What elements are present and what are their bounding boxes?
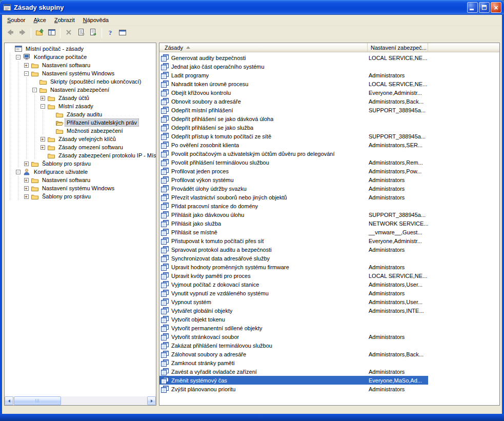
delete-button[interactable] bbox=[63, 27, 75, 39]
collapse-icon[interactable]: - bbox=[16, 55, 21, 59]
policy-row-prihlasit-jako-davkovou-ulohu[interactable]: Přihlásit jako dávkovou úlohuSUPPORT_388… bbox=[159, 210, 428, 219]
policy-row-synchronizovat-data-adresarove-sluzby[interactable]: Synchronizovat data adresářové služby bbox=[159, 254, 428, 263]
policy-row-pridat-pracovni-stanice-do-domeny[interactable]: Přidat pracovní stanice do domény bbox=[159, 202, 428, 210]
tree-item-nastaveni-systemu-windows[interactable]: -Nastavení systému Windows bbox=[6, 69, 156, 77]
close-button[interactable]: × bbox=[491, 2, 501, 13]
tree-item-zasady-auditu[interactable]: Zásady auditu bbox=[6, 110, 156, 118]
menu-soubor[interactable]: Soubor bbox=[3, 15, 29, 25]
column-header-setting[interactable]: Nastavení zabezpeč... bbox=[368, 43, 428, 52]
expand-icon[interactable]: + bbox=[24, 194, 29, 199]
policy-row-zakazat-prihlaseni-terminalovou-sluzbou[interactable]: Zakázat přihlášení terminálovou službou bbox=[159, 341, 428, 350]
policy-row-zalohovat-soubory-a-adresare[interactable]: Zálohovat soubory a adresářeAdministrato… bbox=[159, 350, 428, 358]
policy-row-generovat-audity-bezpecnosti[interactable]: Generovat audity bezpečnostiLOCAL SERVIC… bbox=[159, 53, 428, 62]
policy-row-profilovat-vykon-systemu[interactable]: Profilovat výkon systémuAdministrators bbox=[159, 175, 428, 184]
expand-icon[interactable]: + bbox=[24, 186, 29, 191]
policy-row-vytvorit-permanentni-sdilene-objekty[interactable]: Vytvořit permanentní sdílené objekty bbox=[159, 324, 428, 332]
policy-row-jednat-jako-cast-operacniho-systemu[interactable]: Jednat jako část operačního systému bbox=[159, 62, 428, 71]
policy-row-zavest-a-vyradit-ovladace-zarizeni[interactable]: Zavést a vyřadit ovladače zařízeníAdmini… bbox=[159, 367, 428, 376]
title-bar[interactable]: Zásady skupiny × bbox=[0, 0, 504, 15]
tree-item-moznosti-zabezpeceni[interactable]: Možnosti zabezpečení bbox=[6, 127, 156, 135]
policy-row-zmenit-systemovy-cas[interactable]: Změnit systémový časEveryone,MaSo,Ad... bbox=[159, 376, 428, 385]
policy-row-odeprit-mistni-prihlaseni[interactable]: Odepřít místní přihlášeníSUPPORT_388945a… bbox=[159, 106, 428, 114]
tree-item-zasady-uctu[interactable]: +Zásady účtů bbox=[6, 94, 156, 102]
maximize-button[interactable] bbox=[479, 2, 490, 13]
column-header-policy[interactable]: Zásady bbox=[159, 43, 368, 52]
policy-row-obejit-krizovou-kontrolu[interactable]: Obejít křížovou kontroluEveryone,Adminis… bbox=[159, 88, 428, 97]
expand-icon[interactable]: + bbox=[24, 63, 29, 68]
properties-button[interactable] bbox=[75, 27, 87, 39]
policy-row-povolit-prihlaseni-terminalovou-sluzbou[interactable]: Povolit přihlášení terminálovou službouA… bbox=[159, 158, 428, 167]
tree-item-mistni-zasady[interactable]: -Místní zásady bbox=[6, 102, 156, 110]
policy-row-vynutit-vypnuti-ze-vzdaleneho-systemu[interactable]: Vynutit vypnutí ze vzdáleného systémuAdm… bbox=[159, 289, 428, 297]
arrow-left-icon bbox=[8, 399, 10, 403]
expand-icon[interactable]: + bbox=[41, 145, 45, 150]
tree-item-sablony-pro-spravu[interactable]: +Šablony pro správu bbox=[6, 159, 156, 168]
policy-row-zamknout-stranky-pameti[interactable]: Zamknout stránky paměti bbox=[159, 358, 428, 367]
expand-icon[interactable]: + bbox=[41, 96, 45, 101]
help-button[interactable]: ? bbox=[104, 27, 116, 39]
policy-icon bbox=[161, 133, 169, 140]
policy-row-zvysit-planovanou-prioritu[interactable]: Zvýšit plánovanou priorituAdministrators bbox=[159, 385, 428, 393]
show-hide-console-tree-button[interactable] bbox=[46, 27, 58, 39]
policy-row-odeprit-pristup-k-tomuto-pocitaci-ze-site[interactable]: Odepřít přístup k tomuto počítači ze sít… bbox=[159, 132, 428, 141]
policy-row-obnovit-soubory-a-adresare[interactable]: Obnovit soubory a adresářeAdministrators… bbox=[159, 97, 428, 106]
policy-row-odeprit-prihlaseni-se-jako-davkova-uloha[interactable]: Odepřít přihlášení se jako dávková úloha bbox=[159, 114, 428, 123]
export-list-button[interactable] bbox=[87, 27, 99, 39]
tree-item-sablony-pro-spravu[interactable]: +Šablony pro správu bbox=[6, 192, 156, 201]
menu-napoveda[interactable]: Nápověda bbox=[79, 15, 113, 25]
scroll-left-button[interactable] bbox=[5, 396, 13, 405]
policy-row-upravit-kvoty-pameti-pro-proces[interactable]: Upravit kvóty paměti pro procesLOCAL SER… bbox=[159, 271, 428, 280]
scroll-right-button[interactable] bbox=[147, 396, 156, 405]
scrollbar-track[interactable] bbox=[13, 396, 147, 405]
horizontal-scrollbar[interactable] bbox=[5, 396, 156, 405]
policy-row-prihlasit-jako-sluzba[interactable]: Přihlásit jako službaNETWORK SERVICE... bbox=[159, 219, 428, 228]
policy-row-vyjmout-pocitac-z-dokovaci-stanice[interactable]: Vyjmout počítač z dokovací staniceAdmini… bbox=[159, 280, 428, 289]
tree-item-zasady-omezeni-softwaru[interactable]: +Zásady omezení softwaru bbox=[6, 143, 156, 151]
collapse-icon[interactable]: - bbox=[16, 170, 21, 174]
back-button[interactable] bbox=[4, 27, 16, 39]
policy-row-prevzit-vlastnictvi-souboru-nebo-jinych-objektu[interactable]: Převzít vlastnictví souborů nebo jiných … bbox=[159, 193, 428, 202]
collapse-icon[interactable]: - bbox=[24, 71, 29, 76]
policy-row-po-overeni-zosobnit-klienta[interactable]: Po ověření zosobnit klientaAdministrator… bbox=[159, 141, 428, 149]
policy-row-provadet-ulohy-udrzby-svazku[interactable]: Provádět úlohy údržby svazkuAdministrato… bbox=[159, 184, 428, 193]
scrollbar-thumb[interactable] bbox=[14, 396, 61, 405]
forward-button[interactable] bbox=[16, 27, 29, 39]
policy-row-spravovat-protokol-auditu-a-bezpecnosti[interactable]: Spravovat protokol auditu a bezpečnostiA… bbox=[159, 245, 428, 254]
tree-item-konfigurace-pocitace[interactable]: -Konfigurace počítače bbox=[6, 53, 156, 61]
expand-icon[interactable]: + bbox=[41, 137, 45, 142]
console-window-button[interactable] bbox=[116, 27, 129, 39]
tree-item-zasady-verejnych-klicu[interactable]: +Zásady veřejných klíčů bbox=[6, 135, 156, 143]
policy-row-odeprit-prihlaseni-se-jako-sluzba[interactable]: Odepřít přihlášení se jako služba bbox=[159, 123, 428, 132]
policy-row-upravit-hodnoty-promennych-systemu-firmware[interactable]: Upravit hodnoty proměnných systému firmw… bbox=[159, 263, 428, 271]
policy-row-pristupovat-k-tomuto-pocitaci-pres-sit[interactable]: Přistupovat k tomuto počítači přes síťEv… bbox=[159, 236, 428, 245]
tree-item-mistni-pocitac-zasady[interactable]: Místní počítač - zásady bbox=[6, 45, 156, 53]
menu-zobrazit[interactable]: Zobrazit bbox=[50, 15, 79, 25]
tree-item-nastaveni-softwaru[interactable]: +Nastavení softwaru bbox=[6, 61, 156, 69]
tree-item-nastaveni-softwaru[interactable]: +Nastavení softwaru bbox=[6, 176, 156, 184]
expand-icon[interactable]: + bbox=[24, 178, 29, 183]
tree-item-skripty-spousteci-nebo-ukoncovaci[interactable]: Skripty (spouštěcí nebo ukončovací) bbox=[6, 77, 156, 86]
collapse-icon[interactable]: - bbox=[41, 104, 45, 109]
tree-item-konfigurace-uzivatele[interactable]: -Konfigurace uživatele bbox=[6, 168, 156, 176]
policy-row-vytvaret-globalni-objekty[interactable]: Vytvářet globální objektyAdministrators,… bbox=[159, 306, 428, 315]
toolbar: ? bbox=[2, 26, 502, 40]
policy-row-ladit-programy[interactable]: Ladit programyAdministrators bbox=[159, 71, 428, 79]
expand-icon[interactable]: + bbox=[24, 162, 29, 166]
tree-indent-guide bbox=[14, 110, 22, 118]
policy-row-prihlasit-se-mistne[interactable]: Přihlásit se místně__vmware__,Guest... bbox=[159, 228, 428, 236]
tree-item-prirazeni-uzivatelskych-prav[interactable]: Přiřazení uživatelských práv bbox=[6, 118, 156, 127]
tree-item-zasady-zabezpeceni-protokolu-ip-mistni[interactable]: Zásady zabezpečení protokolu IP - Místní bbox=[6, 151, 156, 159]
policy-row-profilovat-jeden-proces[interactable]: Profilovat jeden procesAdministrators,Po… bbox=[159, 167, 428, 175]
tree-item-nastaveni-systemu-windows[interactable]: +Nastavení systému Windows bbox=[6, 184, 156, 192]
policy-row-vypnout-system[interactable]: Vypnout systémAdministrators,User... bbox=[159, 297, 428, 306]
policy-row-povolit-pocitacovym-a-uzivatelskym-uctum-duveru-[interactable]: Povolit počítačovým a uživatelským účtům… bbox=[159, 149, 428, 158]
policy-row-vytvorit-objekt-tokenu[interactable]: Vytvořit objekt tokenu bbox=[159, 315, 428, 324]
policy-row-nahradit-token-urovne-procesu[interactable]: Nahradit token úrovně procesuLOCAL SERVI… bbox=[159, 79, 428, 88]
minimize-button[interactable] bbox=[467, 2, 478, 13]
collapse-icon[interactable]: - bbox=[32, 88, 37, 92]
up-one-level-button[interactable] bbox=[33, 27, 46, 39]
tree-indent-guide bbox=[14, 135, 22, 143]
policy-row-vytvorit-strankovaci-soubor[interactable]: Vytvořit stránkovací souborAdministrator… bbox=[159, 332, 428, 341]
menu-akce[interactable]: Akce bbox=[29, 15, 50, 25]
tree-item-nastaveni-zabezpeceni[interactable]: -Nastavení zabezpečení bbox=[6, 86, 156, 94]
